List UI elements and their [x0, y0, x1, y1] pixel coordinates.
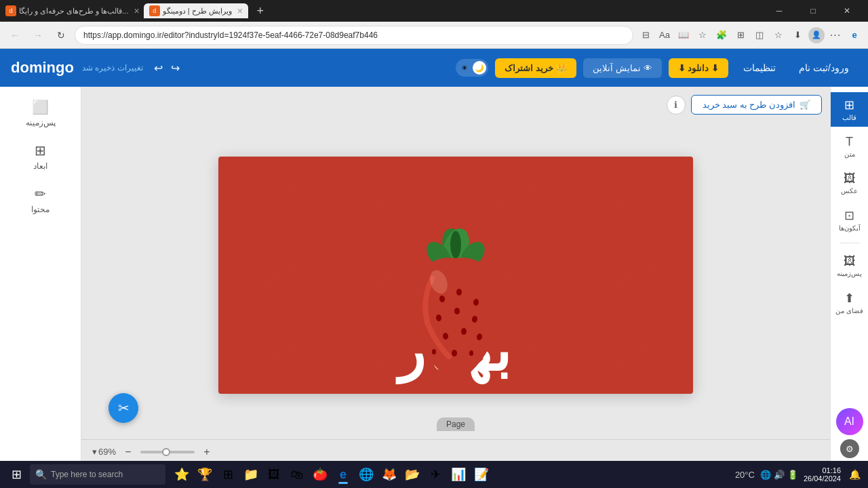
taskbar-app-trophy[interactable]: 🏆 [194, 464, 216, 485]
sidebar-item-myspace[interactable]: ⬆ فضای من [831, 285, 868, 320]
maximize-button[interactable]: □ [797, 0, 829, 22]
settings-gear-button[interactable]: ⚙ [840, 439, 859, 458]
floating-action-button[interactable]: ✂ [108, 393, 138, 423]
profile-icon[interactable]: 👤 [808, 27, 825, 43]
refresh-button[interactable]: ↻ [52, 26, 71, 45]
favorites-icon[interactable]: ☆ [694, 27, 711, 43]
windows-icon: ⊞ [12, 467, 22, 482]
svg-rect-5 [454, 231, 458, 243]
zoom-dropdown[interactable]: ▾ 69% [92, 447, 116, 457]
tab-icon-2: d [149, 5, 160, 16]
zoom-control: ▾ 69% − + [92, 444, 215, 460]
tab-new-btn[interactable]: + [252, 3, 269, 19]
taskbar-app-star[interactable]: ⭐ [171, 464, 193, 485]
minimize-button[interactable]: ─ [764, 0, 795, 22]
scissors-icon: ✂ [118, 400, 130, 416]
taskbar-app-task-view[interactable]: ⊞ [217, 464, 239, 485]
title-bar: d قالب‌ها و طرح‌های حرفه‌ای و رایگا... ×… [0, 0, 868, 22]
zoom-out-button[interactable]: − [120, 444, 136, 460]
undo-button[interactable]: ↩ [151, 59, 165, 77]
taskbar-app-excel[interactable]: 📊 [448, 464, 469, 485]
sidebar-item-template[interactable]: ⊞ قالب [831, 92, 868, 127]
edge-icon[interactable]: e [846, 27, 863, 43]
background2-icon: 🖼 [844, 254, 856, 268]
login-button[interactable]: ورود/ثبت نام [791, 58, 857, 77]
system-clock[interactable]: 01:16 26/04/2024 [804, 466, 841, 483]
explorer-icon: 📂 [405, 467, 420, 482]
start-button[interactable]: ⊞ [5, 464, 27, 485]
address-input[interactable] [75, 26, 633, 45]
design-canvas[interactable]: domingo domingo domingo domingo domingo … [218, 157, 693, 394]
tab-close-1[interactable]: × [134, 5, 139, 16]
network-icon[interactable]: 🌐 [760, 470, 771, 480]
subscribe-label: خرید اشتراک [505, 63, 553, 73]
split-view-icon[interactable]: ⊟ [637, 27, 654, 43]
redo-button[interactable]: ↪ [168, 59, 182, 77]
taskbar-app-word[interactable]: 📝 [471, 464, 492, 485]
zoom-percentage: 69% [98, 447, 116, 457]
star-icon: ⭐ [174, 467, 189, 482]
canvas-area: 🛒 افزودن طرح به سبد خرید ℹ domingo domin… [81, 87, 830, 464]
settings-button[interactable]: تنظیمات [735, 58, 784, 77]
preview-button[interactable]: 👁 نمایش آنلاین [583, 58, 662, 78]
page-label[interactable]: Page [437, 418, 475, 431]
taskbar-app-chrome[interactable]: 🌐 [355, 464, 377, 485]
collections-icon[interactable]: ⊞ [732, 27, 749, 43]
taskbar-app-pomodoro[interactable]: 🍅 [309, 464, 331, 485]
taskbar-app-files[interactable]: 📁 [240, 464, 262, 485]
app-header: domingo تغییرات ذخیره شد ↩ ↪ ورود/ثبت نا… [0, 49, 868, 87]
back-button[interactable]: ← [5, 26, 24, 45]
svg-point-13 [461, 328, 467, 335]
taskbar-app-store[interactable]: 🛍 [286, 464, 308, 485]
extensions-icon[interactable]: 🧩 [713, 27, 730, 43]
text-icon: T [846, 135, 853, 149]
subscribe-button[interactable]: 👑 خرید اشتراک [495, 58, 576, 78]
taskbar-app-edge[interactable]: e [332, 464, 354, 485]
eye-icon: 👁 [644, 63, 652, 73]
forward-button[interactable]: → [28, 26, 47, 45]
taskbar-app-photos[interactable]: 🖼 [263, 464, 285, 485]
text-label: متن [844, 150, 855, 158]
sidebar-item-text[interactable]: T متن [831, 129, 868, 163]
more-options-button[interactable]: ··· [827, 27, 844, 43]
svg-point-16 [432, 349, 436, 354]
close-button[interactable]: ✕ [831, 0, 863, 22]
download-label: دانلود ⬇ [678, 63, 709, 73]
light-mode-icon: 🌙 [473, 61, 486, 75]
image-icon: 🖼 [844, 171, 856, 186]
tab-label-1: قالب‌ها و طرح‌های حرفه‌ای و رایگا... [19, 7, 128, 16]
downloads-icon[interactable]: ⬇ [789, 27, 806, 43]
header-left: domingo تغییرات ذخیره شد ↩ ↪ [11, 59, 182, 77]
zoom-in-button[interactable]: + [199, 444, 215, 460]
taskbar-app-telegram[interactable]: ✈ [425, 464, 446, 485]
volume-icon[interactable]: 🔊 [774, 470, 785, 480]
favorites-bar-icon[interactable]: ☆ [770, 27, 787, 43]
read-aloud-icon[interactable]: Aa [656, 27, 673, 43]
zoom-slider-thumb[interactable] [162, 448, 170, 456]
dimensions-icon: ⊞ [35, 142, 46, 159]
dark-mode-toggle[interactable]: 🌙 ☀ [456, 59, 488, 77]
sidebar-item-content[interactable]: ✏ محتوا [10, 180, 71, 220]
taskbar-search-box[interactable]: 🔍 Type here to search [30, 464, 165, 485]
preview-label: نمایش آنلاین [593, 63, 641, 73]
info-button[interactable]: ℹ [667, 96, 686, 115]
sidebar-item-icons[interactable]: ⊡ آیکون‌ها [831, 203, 868, 237]
download-button[interactable]: ⬇ دانلود ⬇ [669, 58, 729, 78]
canvas-top-bar: 🛒 افزودن طرح به سبد خرید ℹ [667, 95, 822, 115]
taskbar-app-firefox[interactable]: 🦊 [378, 464, 400, 485]
zoom-slider[interactable] [140, 451, 195, 453]
notification-button[interactable]: 🔔 [846, 466, 863, 483]
svg-point-17 [469, 350, 473, 356]
sidebar-item-image[interactable]: 🖼 عکس [831, 166, 868, 200]
add-to-cart-button[interactable]: 🛒 افزودن طرح به سبد خرید [691, 95, 822, 115]
sidebar-item-dimensions[interactable]: ⊞ ابعاد [10, 137, 71, 176]
reader-view-icon[interactable]: 📖 [675, 27, 692, 43]
battery-icon[interactable]: 🔋 [787, 470, 798, 480]
ai-assistant-button[interactable]: AI [836, 408, 863, 435]
taskbar-app-files2[interactable]: 📂 [401, 464, 423, 485]
sidebar-icon[interactable]: ◫ [751, 27, 768, 43]
icons-label: آیکون‌ها [839, 224, 861, 232]
sidebar-item-background[interactable]: ⬜ پس‌زمینه [10, 94, 71, 133]
sidebar-item-background2[interactable]: 🖼 پس‌زمینه [831, 249, 868, 283]
tab-close-2[interactable]: × [237, 5, 243, 16]
